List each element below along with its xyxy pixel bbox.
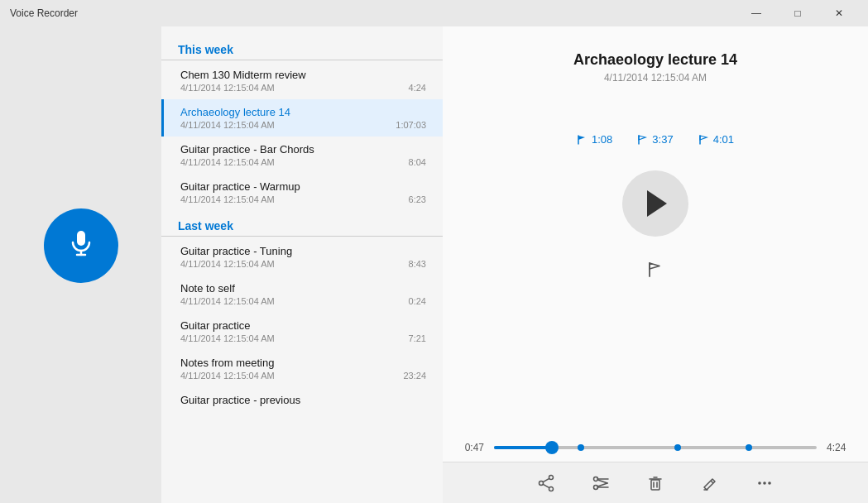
play-area — [622, 170, 688, 237]
item-duration: 1:07:03 — [396, 120, 426, 130]
svg-line-6 — [543, 478, 549, 481]
progress-bar[interactable] — [494, 446, 817, 449]
item-date: 4/11/2014 12:15:04 AM — [180, 83, 275, 93]
recording-item[interactable]: Guitar practice - previous — [161, 387, 443, 414]
svg-point-21 — [758, 481, 761, 485]
title-bar: Voice Recorder — □ ✕ — [0, 0, 868, 26]
item-name: Chem 130 Midterm review — [180, 69, 426, 81]
recording-item[interactable]: Note to self 4/11/2014 12:15:04 AM 0:24 — [161, 275, 443, 313]
close-button[interactable]: ✕ — [820, 0, 858, 26]
svg-point-4 — [549, 486, 554, 491]
more-icon — [755, 474, 774, 492]
recording-item-active[interactable]: Archaeology lecture 14 4/11/2014 12:15:0… — [161, 99, 443, 137]
item-duration: 23:24 — [403, 371, 426, 381]
item-name: Guitar practice - previous — [180, 394, 426, 406]
total-time: 4:24 — [827, 442, 851, 453]
flag-icon — [637, 134, 649, 146]
player-panel: Archaeology lecture 14 4/11/2014 12:15:0… — [443, 26, 868, 503]
item-meta: 4/11/2014 12:15:04 AM 1:07:03 — [180, 120, 426, 130]
item-duration: 8:43 — [409, 259, 426, 269]
progress-track — [494, 446, 817, 449]
add-marker-area — [642, 256, 669, 283]
item-date: 4/11/2014 12:15:04 AM — [180, 157, 275, 167]
svg-rect-0 — [77, 231, 85, 246]
trim-icon — [592, 474, 610, 492]
item-date: 4/11/2014 12:15:04 AM — [180, 194, 275, 204]
microphone-icon — [66, 228, 96, 264]
item-date: 4/11/2014 12:15:04 AM — [180, 259, 275, 269]
item-name: Note to self — [180, 282, 426, 295]
svg-point-22 — [763, 481, 766, 485]
item-name: Guitar practice - Bar Chords — [180, 143, 426, 156]
share-icon — [537, 474, 555, 492]
item-name: Guitar practice - Tuning — [180, 245, 426, 257]
item-name: Guitar practice - Warmup — [180, 180, 426, 193]
svg-point-5 — [540, 481, 544, 485]
svg-line-10 — [598, 480, 608, 483]
minimize-button[interactable]: — — [737, 0, 775, 26]
item-meta: 4/11/2014 12:15:04 AM 4:24 — [180, 83, 426, 93]
marker-1[interactable]: 1:08 — [577, 133, 612, 146]
flag-icon — [577, 134, 588, 146]
bottom-toolbar — [443, 462, 868, 503]
recording-item[interactable]: Guitar practice - Tuning 4/11/2014 12:15… — [161, 238, 443, 275]
svg-point-3 — [549, 475, 554, 479]
recording-item[interactable]: Notes from meeting 4/11/2014 12:15:04 AM… — [161, 350, 443, 387]
progress-fill — [494, 446, 552, 449]
section-header-this-week: This week — [161, 35, 443, 60]
item-date: 4/11/2014 12:15:04 AM — [180, 120, 275, 130]
recording-item[interactable]: Guitar practice 4/11/2014 12:15:04 AM 7:… — [161, 313, 443, 350]
play-button[interactable] — [622, 170, 688, 237]
flag-icon — [698, 134, 710, 146]
flag-add-icon — [646, 261, 664, 279]
marker-dot-1 — [578, 444, 584, 451]
item-duration: 7:21 — [409, 333, 426, 343]
item-meta: 4/11/2014 12:15:04 AM 8:04 — [180, 157, 426, 167]
recording-item[interactable]: Chem 130 Midterm review 4/11/2014 12:15:… — [161, 62, 443, 99]
item-name: Notes from meeting — [180, 357, 426, 369]
recording-item[interactable]: Guitar practice - Warmup 4/11/2014 12:15… — [161, 174, 443, 211]
markers-row: 1:08 3:37 4:01 — [577, 133, 734, 146]
item-duration: 8:04 — [409, 157, 426, 167]
item-duration: 0:24 — [409, 296, 426, 306]
recording-list: This week Chem 130 Midterm review 4/11/2… — [161, 26, 443, 503]
record-button[interactable] — [44, 208, 118, 283]
player-date: 4/11/2014 12:15:04 AM — [604, 72, 707, 84]
svg-point-23 — [768, 481, 771, 485]
section-header-last-week: Last week — [161, 211, 443, 237]
svg-line-19 — [711, 481, 713, 483]
delete-button[interactable] — [640, 468, 670, 498]
add-marker-button[interactable] — [642, 256, 669, 283]
rename-button[interactable] — [695, 468, 725, 498]
progress-section: 0:47 4:24 — [459, 442, 851, 453]
play-icon — [647, 190, 667, 217]
current-time: 0:47 — [459, 442, 484, 453]
app-title: Voice Recorder — [10, 7, 78, 19]
progress-thumb[interactable] — [545, 441, 559, 454]
item-name: Archaeology lecture 14 — [180, 106, 426, 118]
marker-3[interactable]: 4:01 — [698, 133, 734, 146]
delete-icon — [646, 474, 664, 492]
marker-label: 3:37 — [652, 133, 673, 146]
more-options-button[interactable] — [750, 468, 779, 498]
item-meta: 4/11/2014 12:15:04 AM 23:24 — [180, 371, 426, 381]
rename-icon — [701, 474, 719, 492]
svg-line-11 — [598, 483, 608, 486]
marker-dot-3 — [746, 444, 752, 451]
maximize-button[interactable]: □ — [779, 0, 817, 26]
share-button[interactable] — [531, 468, 561, 498]
item-duration: 6:23 — [409, 194, 426, 204]
recording-item[interactable]: Guitar practice - Bar Chords 4/11/2014 1… — [161, 137, 443, 174]
item-meta: 4/11/2014 12:15:04 AM 6:23 — [180, 194, 426, 204]
item-meta: 4/11/2014 12:15:04 AM 0:24 — [180, 296, 426, 306]
marker-2[interactable]: 3:37 — [637, 133, 673, 146]
item-meta: 4/11/2014 12:15:04 AM 7:21 — [180, 333, 426, 343]
sidebar — [0, 26, 161, 503]
player-title: Archaeology lecture 14 — [573, 51, 737, 69]
svg-rect-14 — [651, 480, 659, 490]
trim-button[interactable] — [586, 468, 616, 498]
item-name: Guitar practice — [180, 319, 426, 332]
item-meta: 4/11/2014 12:15:04 AM 8:43 — [180, 259, 426, 269]
app-body: This week Chem 130 Midterm review 4/11/2… — [0, 26, 868, 503]
marker-label: 4:01 — [713, 133, 734, 146]
